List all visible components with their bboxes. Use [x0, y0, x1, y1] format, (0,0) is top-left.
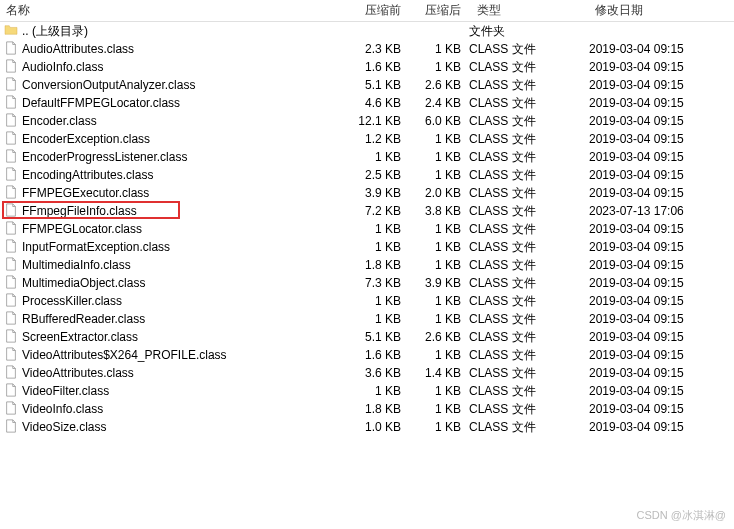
name-cell: VideoAttributes$X264_PROFILE.class [0, 347, 340, 364]
file-type: CLASS 文件 [465, 257, 585, 274]
modified-date: 2019-03-04 09:15 [585, 42, 725, 56]
table-row[interactable]: ScreenExtractor.class5.1 KB2.6 KBCLASS 文… [0, 328, 734, 346]
table-row[interactable]: InputFormatException.class1 KB1 KBCLASS … [0, 238, 734, 256]
size-after: 3.8 KB [405, 204, 465, 218]
file-icon [4, 131, 18, 148]
table-row[interactable]: FFmpegFileInfo.class7.2 KB3.8 KBCLASS 文件… [0, 202, 734, 220]
file-name: EncodingAttributes.class [22, 168, 153, 182]
size-before: 1 KB [340, 312, 405, 326]
table-row[interactable]: EncodingAttributes.class2.5 KB1 KBCLASS … [0, 166, 734, 184]
table-row[interactable]: .. (上级目录)文件夹 [0, 22, 734, 40]
header-name[interactable]: 名称 [0, 0, 340, 21]
table-row[interactable]: VideoAttributes$X264_PROFILE.class1.6 KB… [0, 346, 734, 364]
file-type: CLASS 文件 [465, 347, 585, 364]
modified-date: 2019-03-04 09:15 [585, 150, 725, 164]
modified-date: 2019-03-04 09:15 [585, 402, 725, 416]
size-after: 1 KB [405, 60, 465, 74]
size-after: 1 KB [405, 312, 465, 326]
size-before: 1.8 KB [340, 402, 405, 416]
table-row[interactable]: AudioAttributes.class2.3 KB1 KBCLASS 文件2… [0, 40, 734, 58]
name-cell: DefaultFFMPEGLocator.class [0, 95, 340, 112]
file-icon [4, 149, 18, 166]
folder-icon [4, 24, 18, 39]
file-icon [4, 383, 18, 400]
file-name: FFmpegFileInfo.class [22, 204, 137, 218]
table-row[interactable]: MultimediaObject.class7.3 KB3.9 KBCLASS … [0, 274, 734, 292]
modified-date: 2019-03-04 09:15 [585, 312, 725, 326]
header-date[interactable]: 修改日期 [585, 0, 725, 21]
table-row[interactable]: ProcessKiller.class1 KB1 KBCLASS 文件2019-… [0, 292, 734, 310]
header-type[interactable]: 类型 [465, 0, 585, 21]
name-cell: AudioAttributes.class [0, 41, 340, 58]
table-header: 名称 压缩前 压缩后 类型 修改日期 [0, 0, 734, 22]
table-row[interactable]: VideoFilter.class1 KB1 KBCLASS 文件2019-03… [0, 382, 734, 400]
file-type: CLASS 文件 [465, 329, 585, 346]
file-type: CLASS 文件 [465, 185, 585, 202]
size-after: 2.4 KB [405, 96, 465, 110]
header-before[interactable]: 压缩前 [340, 0, 405, 21]
file-name: Encoder.class [22, 114, 97, 128]
modified-date: 2023-07-13 17:06 [585, 204, 725, 218]
file-name: DefaultFFMPEGLocator.class [22, 96, 180, 110]
header-after[interactable]: 压缩后 [405, 0, 465, 21]
size-before: 1.8 KB [340, 258, 405, 272]
table-row[interactable]: AudioInfo.class1.6 KB1 KBCLASS 文件2019-03… [0, 58, 734, 76]
size-after: 1 KB [405, 402, 465, 416]
size-after: 1 KB [405, 132, 465, 146]
file-type: CLASS 文件 [465, 203, 585, 220]
file-name: VideoAttributes$X264_PROFILE.class [22, 348, 227, 362]
size-before: 1 KB [340, 384, 405, 398]
file-name: MultimediaInfo.class [22, 258, 131, 272]
name-cell: InputFormatException.class [0, 239, 340, 256]
file-icon [4, 59, 18, 76]
modified-date: 2019-03-04 09:15 [585, 348, 725, 362]
table-row[interactable]: VideoInfo.class1.8 KB1 KBCLASS 文件2019-03… [0, 400, 734, 418]
table-body: .. (上级目录)文件夹AudioAttributes.class2.3 KB1… [0, 22, 734, 436]
file-type: CLASS 文件 [465, 383, 585, 400]
table-row[interactable]: FFMPEGLocator.class1 KB1 KBCLASS 文件2019-… [0, 220, 734, 238]
name-cell: VideoInfo.class [0, 401, 340, 418]
table-row[interactable]: Encoder.class12.1 KB6.0 KBCLASS 文件2019-0… [0, 112, 734, 130]
table-row[interactable]: EncoderProgressListener.class1 KB1 KBCLA… [0, 148, 734, 166]
file-type: CLASS 文件 [465, 275, 585, 292]
name-cell: MultimediaObject.class [0, 275, 340, 292]
name-cell: AudioInfo.class [0, 59, 340, 76]
table-row[interactable]: FFMPEGExecutor.class3.9 KB2.0 KBCLASS 文件… [0, 184, 734, 202]
file-icon [4, 185, 18, 202]
name-cell: FFMPEGExecutor.class [0, 185, 340, 202]
file-name: FFMPEGExecutor.class [22, 186, 149, 200]
modified-date: 2019-03-04 09:15 [585, 420, 725, 434]
size-before: 5.1 KB [340, 330, 405, 344]
size-after: 2.6 KB [405, 330, 465, 344]
modified-date: 2019-03-04 09:15 [585, 222, 725, 236]
modified-date: 2019-03-04 09:15 [585, 294, 725, 308]
size-after: 1 KB [405, 222, 465, 236]
name-cell: ScreenExtractor.class [0, 329, 340, 346]
table-row[interactable]: MultimediaInfo.class1.8 KB1 KBCLASS 文件20… [0, 256, 734, 274]
file-list-table: 名称 压缩前 压缩后 类型 修改日期 .. (上级目录)文件夹AudioAttr… [0, 0, 734, 436]
modified-date: 2019-03-04 09:15 [585, 168, 725, 182]
file-name: RBufferedReader.class [22, 312, 145, 326]
file-type: CLASS 文件 [465, 311, 585, 328]
modified-date: 2019-03-04 09:15 [585, 96, 725, 110]
file-type: CLASS 文件 [465, 77, 585, 94]
file-name: VideoAttributes.class [22, 366, 134, 380]
file-icon [4, 239, 18, 256]
name-cell: ProcessKiller.class [0, 293, 340, 310]
table-row[interactable]: EncoderException.class1.2 KB1 KBCLASS 文件… [0, 130, 734, 148]
size-before: 1.2 KB [340, 132, 405, 146]
table-row[interactable]: RBufferedReader.class1 KB1 KBCLASS 文件201… [0, 310, 734, 328]
table-row[interactable]: VideoSize.class1.0 KB1 KBCLASS 文件2019-03… [0, 418, 734, 436]
modified-date: 2019-03-04 09:15 [585, 78, 725, 92]
table-row[interactable]: ConversionOutputAnalyzer.class5.1 KB2.6 … [0, 76, 734, 94]
table-row[interactable]: VideoAttributes.class3.6 KB1.4 KBCLASS 文… [0, 364, 734, 382]
name-cell: EncoderProgressListener.class [0, 149, 340, 166]
file-icon [4, 311, 18, 328]
table-row[interactable]: DefaultFFMPEGLocator.class4.6 KB2.4 KBCL… [0, 94, 734, 112]
modified-date: 2019-03-04 09:15 [585, 384, 725, 398]
file-name: ProcessKiller.class [22, 294, 122, 308]
size-before: 5.1 KB [340, 78, 405, 92]
file-name: EncoderProgressListener.class [22, 150, 187, 164]
modified-date: 2019-03-04 09:15 [585, 132, 725, 146]
file-icon [4, 221, 18, 238]
